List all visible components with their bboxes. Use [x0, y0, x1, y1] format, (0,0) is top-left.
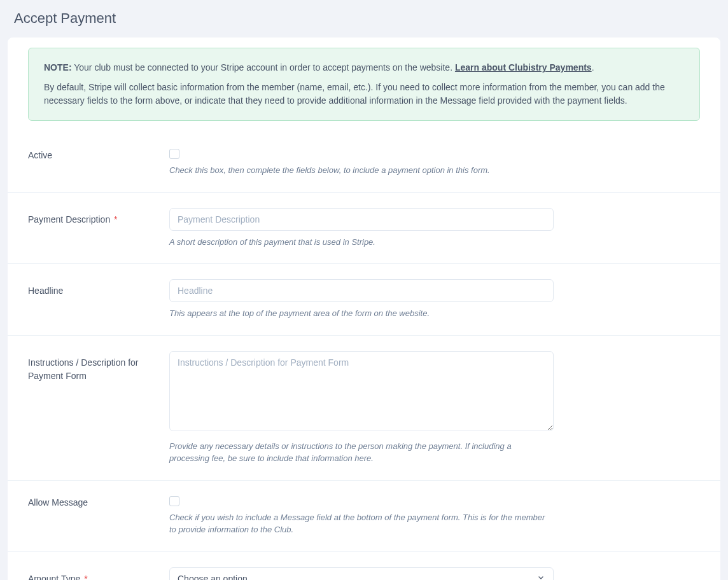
- row-instructions: Instructions / Description for Payment F…: [8, 336, 720, 481]
- help-active: Check this box, then complete the fields…: [169, 164, 554, 177]
- label-instructions: Instructions / Description for Payment F…: [28, 357, 139, 381]
- learn-payments-link[interactable]: Learn about Clubistry Payments: [455, 62, 592, 72]
- stripe-note-alert: NOTE: Your club must be connected to you…: [28, 48, 700, 121]
- row-headline: Headline This appears at the top of the …: [8, 264, 720, 336]
- row-active: Active Check this box, then complete the…: [8, 134, 720, 193]
- label-payment-description: Payment Description: [28, 214, 110, 224]
- note-text: Your club must be connected to your Stri…: [72, 62, 455, 72]
- note-paragraph-2: By default, Stripe will collect basic in…: [44, 81, 684, 107]
- amount-type-select[interactable]: Choose an option: [169, 567, 554, 581]
- help-headline: This appears at the top of the payment a…: [169, 307, 554, 320]
- note-label: NOTE:: [44, 62, 72, 72]
- row-amount-type: Amount Type * Choose an option: [8, 552, 720, 581]
- label-allow-message: Allow Message: [28, 497, 88, 508]
- help-instructions: Provide any necessary details or instruc…: [169, 440, 554, 465]
- help-payment-description: A short description of this payment that…: [169, 236, 554, 249]
- row-payment-description: Payment Description * A short descriptio…: [8, 193, 720, 265]
- active-checkbox[interactable]: [169, 149, 179, 159]
- accept-payment-card: NOTE: Your club must be connected to you…: [8, 38, 720, 580]
- label-amount-type: Amount Type: [28, 574, 80, 581]
- row-allow-message: Allow Message Check if you wish to inclu…: [8, 481, 720, 552]
- required-star: *: [114, 214, 117, 224]
- instructions-textarea[interactable]: [169, 351, 554, 431]
- required-star: *: [84, 574, 87, 581]
- label-active: Active: [28, 150, 52, 160]
- help-allow-message: Check if you wish to include a Message f…: [169, 511, 554, 536]
- page-title: Accept Payment: [0, 0, 728, 38]
- label-headline: Headline: [28, 286, 63, 296]
- allow-message-checkbox[interactable]: [169, 496, 179, 506]
- headline-input[interactable]: [169, 279, 554, 302]
- payment-description-input[interactable]: [169, 208, 554, 231]
- note-suffix: .: [592, 62, 594, 72]
